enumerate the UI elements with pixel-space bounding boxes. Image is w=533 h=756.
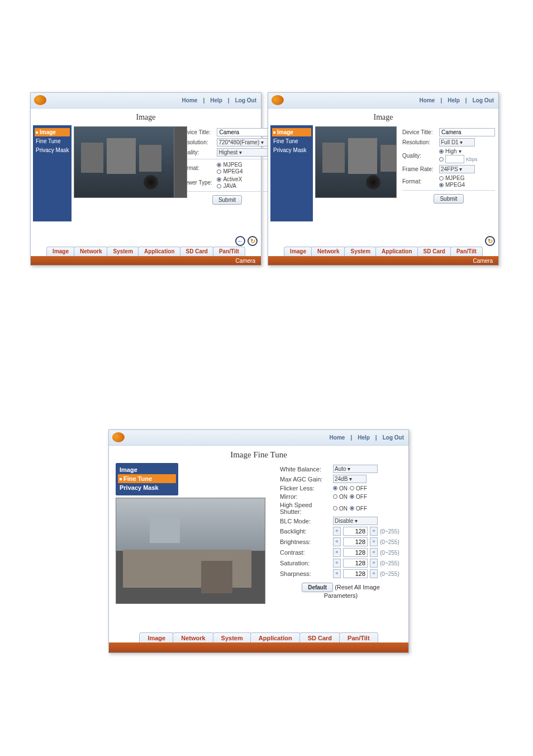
sidebar-item-privacymask[interactable]: Privacy Mask [118, 483, 176, 492]
tab-network[interactable]: Network [74, 247, 108, 256]
quality-kbps-radio[interactable]: Kbps [439, 155, 495, 163]
tab-strip: Image Network System Application SD Card… [31, 247, 261, 256]
brightness-inc[interactable]: » [370, 537, 378, 546]
format-mjpeg-radio[interactable]: MJPEG [439, 175, 495, 181]
nav-logout[interactable]: Log Out [473, 97, 494, 103]
header-bar: Home | Help | Log Out [109, 430, 408, 446]
label-agc: Max AGC Gain: [280, 476, 333, 483]
brightness-input[interactable] [343, 537, 368, 546]
finetune-form: White Balance: Auto ▾ Max AGC Gain: 24dB… [273, 463, 402, 604]
panel-image-mpeg4: Home | Help | Log Out Image Image Fine T… [268, 92, 499, 266]
brightness-dec[interactable]: « [333, 537, 341, 546]
sidebar-item-finetune[interactable]: Fine Tune [118, 474, 176, 483]
sidebar-item-image[interactable]: Image [272, 128, 311, 136]
saturation-dec[interactable]: « [333, 559, 341, 568]
panel-finetune: Home | Help | Log Out Image Fine Tune Im… [108, 429, 409, 653]
nav-home[interactable]: Home [182, 97, 198, 103]
sidebar-item-finetune[interactable]: Fine Tune [272, 137, 311, 145]
video-preview [315, 126, 397, 198]
tab-image[interactable]: Image [284, 247, 312, 256]
tab-pantilt[interactable]: Pan/Tilt [213, 247, 245, 256]
label-contrast: Contrast: [280, 549, 333, 556]
shutter-on-radio[interactable]: ON [333, 505, 348, 512]
saturation-input[interactable] [343, 559, 368, 568]
nav-home[interactable]: Home [330, 434, 345, 441]
resolution-select[interactable]: 720*480(Frame) ▾ [217, 138, 274, 147]
nav-logout[interactable]: Log Out [383, 434, 404, 441]
tab-application[interactable]: Application [250, 632, 301, 644]
default-button[interactable]: Default [302, 583, 333, 592]
label-flicker: Flicker Less: [280, 485, 333, 492]
resolution-select[interactable]: Full D1 ▾ [439, 138, 475, 147]
sidebar: Image Fine Tune Privacy Mask [33, 125, 72, 221]
sidebar-item-image[interactable]: Image [35, 128, 70, 136]
tab-pantilt[interactable]: Pan/Tilt [450, 247, 483, 256]
shutter-off-radio[interactable]: OFF [350, 505, 367, 512]
agc-select[interactable]: 24dB ▾ [333, 475, 367, 483]
nav-help[interactable]: Help [448, 97, 460, 103]
video-preview [74, 126, 174, 198]
submit-button[interactable]: Submit [434, 194, 463, 204]
sidebar-item-finetune[interactable]: Fine Tune [35, 137, 70, 145]
contrast-dec[interactable]: « [333, 548, 341, 557]
format-mpeg4-radio[interactable]: MPEG4 [439, 182, 495, 188]
label-backlight: Backlight: [280, 528, 333, 535]
backlight-dec[interactable]: « [333, 527, 341, 536]
refresh-icon[interactable] [248, 236, 258, 246]
framerate-select[interactable]: 24FPS ▾ [439, 165, 475, 173]
label-framerate: Frame Rate: [402, 166, 439, 172]
wb-select[interactable]: Auto ▾ [333, 465, 378, 473]
device-title-input[interactable] [439, 128, 495, 136]
nav-logout[interactable]: Log Out [235, 97, 256, 103]
sidebar-item-privacymask[interactable]: Privacy Mask [35, 146, 70, 154]
tab-system[interactable]: System [344, 247, 377, 256]
tab-system[interactable]: System [213, 632, 251, 644]
tab-image[interactable]: Image [139, 632, 174, 644]
tab-sdcard[interactable]: SD Card [180, 247, 214, 256]
sidebar-item-privacymask[interactable]: Privacy Mask [272, 146, 311, 154]
header-bar: Home | Help | Log Out [268, 93, 498, 108]
sharpness-dec[interactable]: « [333, 569, 341, 578]
label-wb: White Balance: [280, 466, 333, 472]
mirror-off-radio[interactable]: OFF [350, 494, 367, 500]
saturation-inc[interactable]: » [370, 559, 378, 568]
footer [109, 642, 408, 653]
nav-help[interactable]: Help [358, 434, 370, 441]
sidebar-item-image[interactable]: Image [118, 465, 176, 474]
quality-select[interactable]: Highest ▾ [217, 148, 274, 157]
nav-arrows [485, 236, 495, 246]
tab-network[interactable]: Network [311, 247, 345, 256]
tab-pantilt[interactable]: Pan/Tilt [339, 632, 378, 644]
viewer-java-radio[interactable]: JAVA [217, 183, 274, 189]
refresh-icon[interactable] [485, 236, 495, 246]
backlight-inc[interactable]: » [370, 527, 378, 536]
format-mpeg4-radio[interactable]: MPEG4 [217, 168, 274, 174]
back-icon[interactable] [235, 236, 245, 246]
contrast-inc[interactable]: » [370, 548, 378, 557]
tab-sdcard[interactable]: SD Card [417, 247, 451, 256]
contrast-input[interactable] [343, 548, 368, 557]
viewer-activex-radio[interactable]: ActiveX [217, 176, 274, 182]
label-brightness: Brightness: [280, 538, 333, 545]
sharpness-input[interactable] [343, 569, 368, 578]
nav-home[interactable]: Home [420, 97, 435, 103]
mirror-on-radio[interactable]: ON [333, 494, 348, 500]
quality-high-radio[interactable]: High ▾ [439, 148, 495, 154]
tab-image[interactable]: Image [46, 247, 75, 256]
submit-button[interactable]: Submit [212, 195, 242, 205]
device-title-input[interactable] [217, 128, 273, 136]
tab-sdcard[interactable]: SD Card [299, 632, 340, 644]
sharpness-inc[interactable]: » [370, 569, 378, 578]
flicker-off-radio[interactable]: OFF [350, 485, 367, 492]
backlight-input[interactable] [343, 527, 368, 536]
reset-caption-2: Parameters) [324, 592, 358, 599]
tab-system[interactable]: System [107, 247, 139, 256]
blc-select[interactable]: Disable ▾ [333, 517, 378, 525]
tab-network[interactable]: Network [173, 632, 213, 644]
label-blc: BLC Mode: [280, 518, 333, 525]
tab-application[interactable]: Application [138, 247, 180, 256]
format-mjpeg-radio[interactable]: MJPEG [217, 162, 274, 168]
tab-application[interactable]: Application [375, 247, 418, 256]
nav-help[interactable]: Help [210, 97, 222, 103]
flicker-on-radio[interactable]: ON [333, 485, 348, 492]
